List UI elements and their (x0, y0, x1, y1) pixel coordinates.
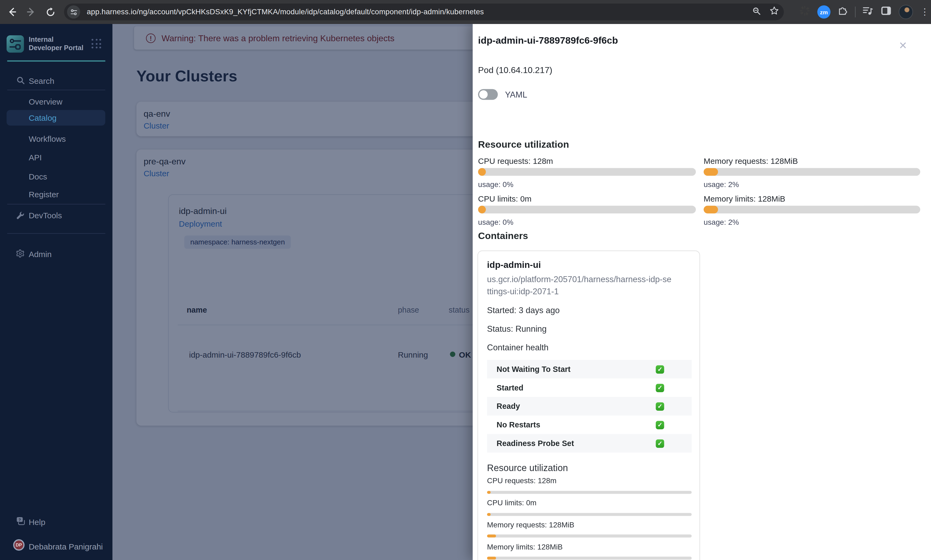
site-info-icon[interactable] (67, 5, 80, 18)
main-content: ! Warning: There was a problem retrievin… (113, 24, 502, 560)
sidebar-divider (7, 233, 105, 234)
meter-memory-limits: Memory limits: 128MiB usage: 2% (704, 194, 920, 227)
user-name: Debabrata Panigrahi (29, 542, 103, 551)
cluster-name: pre-qa-env (143, 157, 185, 166)
portal-logo (6, 35, 24, 52)
sidebar-item-docs[interactable]: Docs (0, 170, 113, 183)
cluster-card-pre-qa-env: pre-qa-env Cluster idp-admin-ui Deployme… (136, 149, 495, 426)
side-panel-icon[interactable] (881, 6, 892, 18)
containers-heading: Containers (478, 231, 528, 242)
check-passed-icon: ✓ (656, 365, 664, 373)
search-icon[interactable] (752, 6, 761, 17)
table-header-phase: phase (398, 306, 419, 314)
zoom-extension-icon[interactable]: zm (817, 5, 831, 18)
extensions-puzzle-icon[interactable] (838, 6, 848, 18)
yaml-toggle-label: YAML (505, 90, 527, 99)
meter-memory-requests: Memory requests: 128MiB usage: 2% (704, 157, 920, 189)
table-header-status: status (449, 306, 470, 314)
sidebar-item-overview[interactable]: Overview (0, 95, 113, 108)
container-status: Status: Running (487, 324, 547, 333)
sidebar-item-catalog[interactable]: Catalog (6, 110, 105, 126)
progress-bar (704, 206, 920, 214)
meter-cpu-requests: CPU requests: 128m usage: 0% (478, 157, 696, 189)
sidebar-item-devtools[interactable]: DevTools (0, 209, 113, 222)
spinner-extension-icon[interactable] (799, 5, 810, 18)
cluster-kind-link[interactable]: Cluster (143, 121, 169, 130)
yaml-toggle[interactable] (478, 89, 498, 100)
pod-name-cell: idp-admin-ui-7889789fc6-9f6cb (189, 350, 301, 359)
table-divider (178, 325, 503, 325)
table-header-name: name (187, 306, 207, 314)
health-check-row: Readiness Probe Set ✓ (487, 434, 692, 453)
cluster-kind-link[interactable]: Cluster (143, 169, 169, 178)
progress-bar (487, 513, 692, 516)
container-name: idp-admin-ui (487, 260, 541, 270)
close-icon[interactable]: ✕ (899, 41, 907, 51)
wrench-icon (16, 211, 25, 221)
resource-utilization-meters: CPU requests: 128m usage: 0% Memory requ… (478, 157, 926, 227)
cluster-name: qa-env (143, 109, 170, 118)
apps-grid-icon[interactable] (91, 39, 102, 49)
reload-icon[interactable] (43, 5, 57, 19)
svg-text:?: ? (18, 518, 21, 522)
forward-icon[interactable] (24, 5, 38, 19)
sidebar-item-workflows[interactable]: Workflows (0, 132, 113, 145)
brand-title: Internal Developer Portal (29, 36, 88, 52)
container-image: us.gcr.io/platform-205701/harness/harnes… (487, 273, 674, 297)
status-dot (450, 351, 455, 357)
sidebar-divider (7, 204, 105, 205)
resource-utilization-heading: Resource utilization (478, 139, 569, 150)
sidebar-item-admin[interactable]: Admin (0, 248, 113, 261)
sidebar-divider (7, 90, 105, 90)
container-card: idp-admin-ui us.gcr.io/platform-205701/h… (477, 251, 700, 560)
deployment-kind-link[interactable]: Deployment (179, 219, 222, 228)
deployment-card: idp-admin-ui Deployment namespace: harne… (168, 194, 503, 412)
check-passed-icon: ✓ (656, 402, 664, 411)
gear-icon (16, 249, 25, 260)
app-window: app.harness.io/ng/account/vpCkHKsDSxK9_K… (0, 0, 931, 560)
check-passed-icon: ✓ (656, 421, 664, 429)
cluster-card-qa-env: qa-env Cluster (136, 102, 495, 136)
health-check-row: No Restarts ✓ (487, 415, 692, 434)
sidebar-item-help[interactable]: ? Help (0, 515, 113, 528)
container-resource-heading: Resource utilization (487, 463, 568, 474)
check-passed-icon: ✓ (656, 439, 664, 447)
container-started: Started: 3 days ago (487, 306, 560, 315)
health-check-row: Not Waiting To Start ✓ (487, 360, 692, 378)
sidebar-item-search[interactable]: Search (0, 74, 113, 87)
back-icon[interactable] (5, 5, 19, 19)
progress-bar (487, 491, 692, 494)
progress-bar (704, 168, 920, 176)
check-passed-icon: ✓ (656, 383, 664, 392)
sidebar-item-api[interactable]: API (0, 151, 113, 164)
warning-icon: ! (146, 33, 155, 43)
pod-details-drawer: idp-admin-ui-7889789fc6-9f6cb ✕ Pod (10.… (473, 24, 931, 560)
sidebar: Internal Developer Portal Search Overvie… (0, 24, 113, 560)
health-check-row: Started ✓ (487, 378, 692, 397)
namespace-badge: namespace: harness-nextgen (184, 235, 291, 249)
sidebar-user[interactable]: DP Debabrata Panigrahi (0, 539, 113, 554)
toggle-thumb (479, 90, 488, 98)
media-controls-icon[interactable] (863, 6, 874, 18)
meter-cpu-limits: CPU limits: 0m usage: 0% (478, 194, 696, 227)
profile-avatar[interactable] (899, 5, 913, 19)
url-text: app.harness.io/ng/account/vpCkHKsDSxK9_K… (87, 8, 484, 16)
health-check-row: Ready ✓ (487, 397, 692, 415)
container-health-heading: Container health (487, 343, 549, 352)
pod-subtitle: Pod (10.64.10.217) (478, 65, 552, 75)
bookmark-star-icon[interactable] (769, 6, 779, 18)
browser-toolbar: app.harness.io/ng/account/vpCkHKsDSxK9_K… (0, 0, 931, 24)
help-chat-icon: ? (16, 517, 25, 528)
table-divider (178, 411, 503, 411)
browser-menu-icon[interactable]: ⋮ (920, 10, 928, 14)
page-title: Your Clusters (136, 67, 237, 85)
sidebar-item-register[interactable]: Register (0, 188, 113, 201)
search-icon (16, 76, 25, 87)
warning-text: Warning: There was a problem retrieving … (162, 33, 395, 43)
progress-bar (478, 206, 696, 214)
yaml-toggle-row: YAML (478, 89, 527, 100)
progress-bar (487, 534, 692, 537)
address-bar[interactable]: app.harness.io/ng/account/vpCkHKsDSxK9_K… (64, 3, 784, 20)
user-avatar: DP (13, 539, 25, 551)
pod-phase-cell: Running (398, 350, 428, 359)
